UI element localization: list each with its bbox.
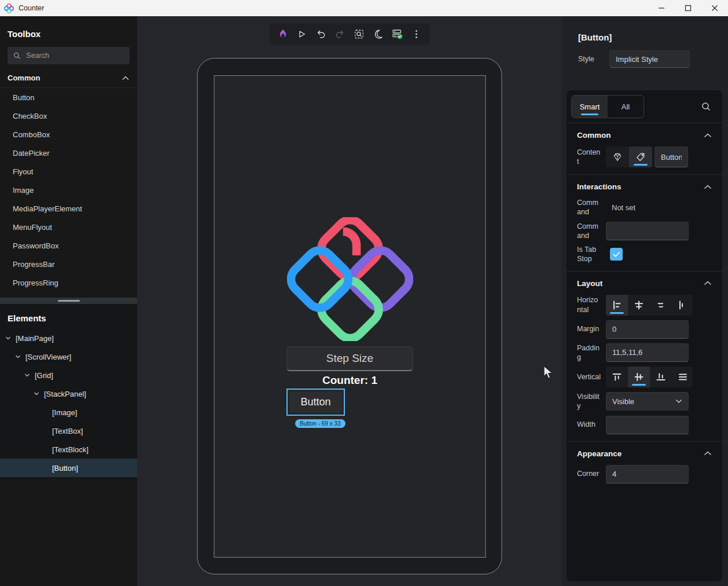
align-right-icon[interactable] [650,295,672,316]
horizontal-alignment-group [606,295,693,316]
toolbox-item-image[interactable]: Image [0,181,137,199]
tree-item-stackpanel[interactable]: [StackPanel] [0,384,137,403]
toolbox-item-combobox[interactable]: ComboBox [0,125,137,144]
margin-label: Margin [577,324,601,334]
padding-input[interactable] [606,343,689,362]
content-mode-toggle [606,146,652,167]
toolbox-item-mediaplayerelement[interactable]: MediaPlayerElement [0,199,137,218]
tree-item-grid[interactable]: [Grid] [0,366,137,384]
chevron-down-icon [675,399,682,404]
tab-smart[interactable]: Smart [572,96,608,118]
uno-logo-image[interactable] [287,217,413,341]
align-top-icon[interactable] [606,367,628,387]
section-appearance[interactable]: Appearance [567,442,722,463]
command-value: Not set [606,203,635,212]
toolbox-item-menuflyout[interactable]: MenuFlyout [0,218,137,236]
mouse-cursor [543,365,554,380]
vertical-alignment-label: Vertical [577,372,601,382]
redo-icon[interactable] [333,27,347,41]
design-canvas[interactable]: Step Size Counter: 1 Button Button - 69 … [137,16,562,586]
toolbox-item-progressring[interactable]: ProgressRing [0,273,137,292]
zoom-selection-icon[interactable] [352,27,366,41]
corner-label: Corner [577,469,601,478]
section-layout[interactable]: Layout [567,272,722,292]
tree-item-mainpage[interactable]: [MainPage] [0,329,137,347]
chevron-up-icon[interactable] [704,281,712,285]
tree-item-textblock[interactable]: [TextBlock] [0,440,137,459]
chevron-down-icon[interactable] [24,372,30,378]
elements-panel: Elements [MainPage] [ScrollViewer] [Grid… [0,304,137,481]
button-control[interactable]: Button [289,391,342,413]
device-frame: Step Size Counter: 1 Button Button - 69 … [197,58,502,574]
check-icon [613,251,620,258]
style-label: Style [578,55,609,63]
toolbox-item-progressbar[interactable]: ProgressBar [0,255,137,273]
corner-input[interactable] [606,465,689,484]
toolbox-item-button[interactable]: Button [0,88,137,107]
toolbox-search[interactable] [8,47,130,64]
tree-item-textbox[interactable]: [TextBox] [0,422,137,440]
is-tab-stop-label: Is Tab Stop [577,245,601,264]
properties-search-icon[interactable] [701,102,711,111]
toolbox-section-common[interactable]: Common [0,68,137,88]
minimize-button[interactable] [648,0,675,16]
search-input[interactable] [26,52,124,60]
toolbox-item-datepicker[interactable]: DatePicker [0,144,137,162]
selected-button-outline[interactable]: Button [286,389,345,416]
hot-design-flame-icon[interactable] [276,27,290,41]
theme-moon-icon[interactable] [372,27,385,41]
tree-item-scrollviewer[interactable]: [ScrollViewer] [0,347,137,366]
binding-icon[interactable] [606,146,629,167]
chevron-up-icon[interactable] [704,133,712,138]
tab-all[interactable]: All [608,96,644,118]
selection-size-badge: Button - 69 x 33 [295,419,345,428]
chevron-down-icon[interactable] [34,391,39,397]
command-input[interactable] [606,222,689,240]
toolbox-item-passwordbox[interactable]: PasswordBox [0,236,137,255]
is-tab-stop-checkbox[interactable] [610,248,623,261]
chevron-down-icon[interactable] [15,354,21,360]
chevron-up-icon[interactable] [704,185,712,189]
tag-icon[interactable] [629,146,652,167]
width-label: Width [577,420,601,429]
section-common[interactable]: Common [567,123,722,144]
tree-item-image[interactable]: [Image] [0,403,137,422]
section-interactions[interactable]: Interactions [567,175,722,196]
style-input[interactable] [609,50,690,68]
align-bottom-icon[interactable] [650,367,672,387]
align-center-vertical-icon[interactable] [628,367,650,387]
align-center-horizontal-icon[interactable] [628,295,650,316]
vertical-alignment-group [606,367,693,387]
toolbox-item-flyout[interactable]: Flyout [0,162,137,181]
width-input[interactable] [606,416,689,434]
chevron-down-icon[interactable] [5,335,11,341]
stackpanel-content: Step Size Counter: 1 Button Button - 69 … [286,217,413,428]
counter-textblock: Counter: 1 [322,374,377,387]
step-size-textbox[interactable]: Step Size [286,346,413,371]
play-icon[interactable] [295,27,309,41]
panel-splitter[interactable] [0,298,137,304]
tree-item-button-selected[interactable]: [Button] [0,459,137,477]
canvas-toolbar [270,23,430,45]
align-left-icon[interactable] [606,295,628,316]
properties-card: Smart All Common Content [567,90,722,581]
elements-title: Elements [0,304,137,329]
padding-label: Padding [577,343,601,362]
connection-ok-icon[interactable] [391,27,405,41]
visibility-select[interactable]: Visible [606,392,689,411]
more-kebab-icon[interactable] [410,27,424,41]
undo-icon[interactable] [314,27,328,41]
window-title: Counter [19,4,44,12]
close-button[interactable] [701,0,728,16]
toolbox-item-checkbox[interactable]: CheckBox [0,107,137,125]
maximize-button[interactable] [675,0,701,16]
align-stretch-vertical-icon[interactable] [672,367,693,387]
properties-panel: [Button] Style Smart All Common Co [562,16,728,586]
margin-input[interactable] [606,320,689,339]
selected-element-title: [Button] [573,29,715,50]
properties-tabgroup: Smart All [571,95,644,118]
device-screen[interactable]: Step Size Counter: 1 Button Button - 69 … [214,75,486,558]
chevron-up-icon[interactable] [704,451,712,456]
align-stretch-horizontal-icon[interactable] [672,295,693,316]
content-value-input[interactable] [655,146,688,167]
